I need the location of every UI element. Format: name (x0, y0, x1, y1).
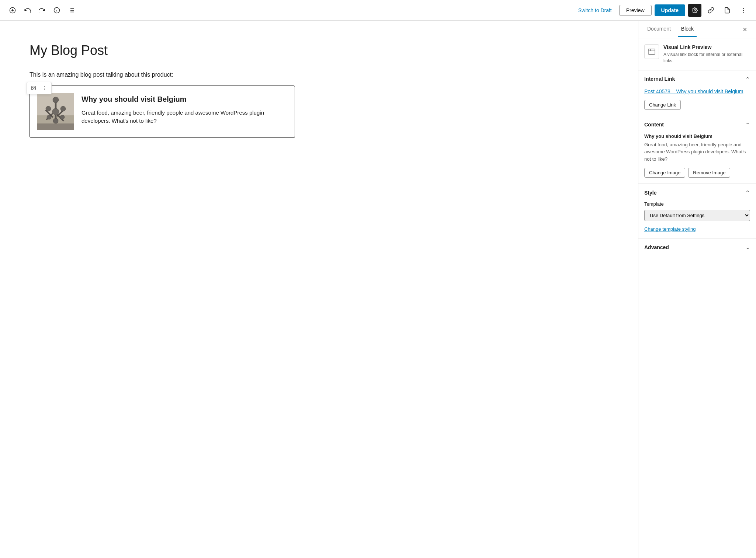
svg-point-20 (44, 89, 45, 90)
svg-point-24 (53, 97, 59, 103)
change-template-link[interactable]: Change template styling (644, 226, 696, 232)
block-toolbar (27, 82, 52, 94)
svg-point-26 (53, 118, 58, 123)
advanced-chevron: ⌄ (745, 244, 750, 251)
settings-button[interactable] (688, 4, 701, 17)
style-chevron: ⌄ (745, 189, 750, 196)
block-more-btn[interactable] (39, 83, 50, 93)
change-link-button[interactable]: Change Link (644, 100, 681, 110)
switch-to-draft-button[interactable]: Switch to Draft (574, 5, 616, 15)
style-header[interactable]: Style ⌄ (638, 184, 756, 201)
post-title[interactable]: My Blog Post (30, 43, 608, 58)
svg-point-17 (32, 87, 33, 88)
link-preview-card: Why you should visit Belgium Great food,… (30, 86, 295, 138)
block-info-title: Visual Link Preview (663, 44, 750, 50)
link-preview-desc: Great food, amazing beer, friendly peopl… (82, 109, 287, 125)
content-body: Why you should visit Belgium Great food,… (638, 133, 756, 184)
block-wrapper: Why you should visit Belgium Great food,… (30, 86, 608, 138)
svg-point-34 (60, 115, 65, 119)
list-view-button[interactable] (65, 4, 78, 17)
content-header[interactable]: Content ⌄ (638, 116, 756, 133)
svg-rect-35 (37, 123, 74, 130)
info-button[interactable] (50, 4, 63, 17)
svg-point-29 (46, 106, 51, 111)
block-image-btn[interactable] (28, 83, 39, 93)
tab-block[interactable]: Block (678, 21, 697, 37)
content-section-title: Content (644, 122, 664, 128)
style-section: Style ⌄ Template Use Default from Settin… (638, 184, 756, 238)
link-icon-button[interactable] (704, 4, 718, 17)
sidebar-close-button[interactable] (740, 24, 750, 35)
block-icon (644, 44, 659, 59)
internal-link-anchor[interactable]: Post 40578 – Why you should visit Belgiu… (644, 88, 750, 95)
svg-point-25 (52, 108, 59, 115)
block-info-text: Visual Link Preview A visual link block … (663, 44, 750, 64)
block-info-desc: A visual link block for internal or exte… (663, 52, 750, 64)
svg-point-13 (743, 8, 744, 8)
add-block-button[interactable] (6, 4, 19, 17)
sidebar-tabs: Document Block (638, 21, 756, 38)
style-section-title: Style (644, 190, 656, 196)
tab-document[interactable]: Document (644, 21, 674, 37)
block-info: Visual Link Preview A visual link block … (638, 38, 756, 70)
content-desc: Great food, amazing beer, friendly peopl… (644, 141, 750, 163)
style-body: Template Use Default from Settings Chang… (638, 201, 756, 238)
internal-link-section: Internal Link ⌄ Post 40578 – Why you sho… (638, 70, 756, 116)
undo-button[interactable] (21, 4, 34, 17)
post-body-text: This is an amazing blog post talking abo… (30, 70, 608, 80)
svg-point-15 (743, 12, 744, 13)
svg-point-33 (47, 115, 51, 119)
template-select[interactable]: Use Default from Settings (644, 210, 750, 221)
advanced-section: Advanced ⌄ (638, 238, 756, 256)
content-chevron: ⌄ (745, 121, 750, 128)
change-image-button[interactable]: Change Image (644, 168, 685, 178)
svg-point-14 (743, 10, 744, 10)
main-area: My Blog Post This is an amazing blog pos… (0, 21, 756, 558)
toolbar: Switch to Draft Preview Update (0, 0, 756, 21)
svg-point-19 (44, 88, 45, 88)
redo-button[interactable] (35, 4, 49, 17)
toolbar-right: Switch to Draft Preview Update (574, 4, 750, 17)
svg-rect-38 (648, 49, 655, 55)
toolbar-left (6, 4, 78, 17)
editor: My Blog Post This is an amazing blog pos… (0, 21, 638, 558)
remove-image-button[interactable]: Remove Image (688, 168, 730, 178)
link-preview-content: Why you should visit Belgium Great food,… (82, 93, 287, 125)
internal-link-header[interactable]: Internal Link ⌄ (638, 70, 756, 88)
svg-point-18 (44, 86, 45, 87)
advanced-header[interactable]: Advanced ⌄ (638, 238, 756, 256)
content-buttons: Change Image Remove Image (644, 168, 750, 178)
document-icon-button[interactable] (721, 4, 734, 17)
template-label: Template (644, 201, 750, 207)
content-title: Why you should visit Belgium (644, 133, 750, 139)
internal-link-body: Post 40578 – Why you should visit Belgiu… (638, 88, 756, 116)
internal-link-title: Internal Link (644, 76, 675, 82)
link-preview-image (37, 93, 74, 130)
post-body: This is an amazing blog post talking abo… (30, 70, 608, 138)
more-options-button[interactable] (737, 4, 750, 17)
preview-button[interactable]: Preview (619, 5, 652, 16)
link-preview-title: Why you should visit Belgium (82, 93, 287, 105)
svg-point-30 (60, 106, 66, 111)
advanced-title: Advanced (644, 244, 669, 250)
content-section: Content ⌄ Why you should visit Belgium G… (638, 116, 756, 184)
sidebar: Document Block Visual Link Preview A (638, 21, 756, 558)
update-button[interactable]: Update (655, 4, 685, 16)
internal-link-chevron: ⌄ (745, 76, 750, 83)
svg-point-12 (694, 10, 696, 11)
